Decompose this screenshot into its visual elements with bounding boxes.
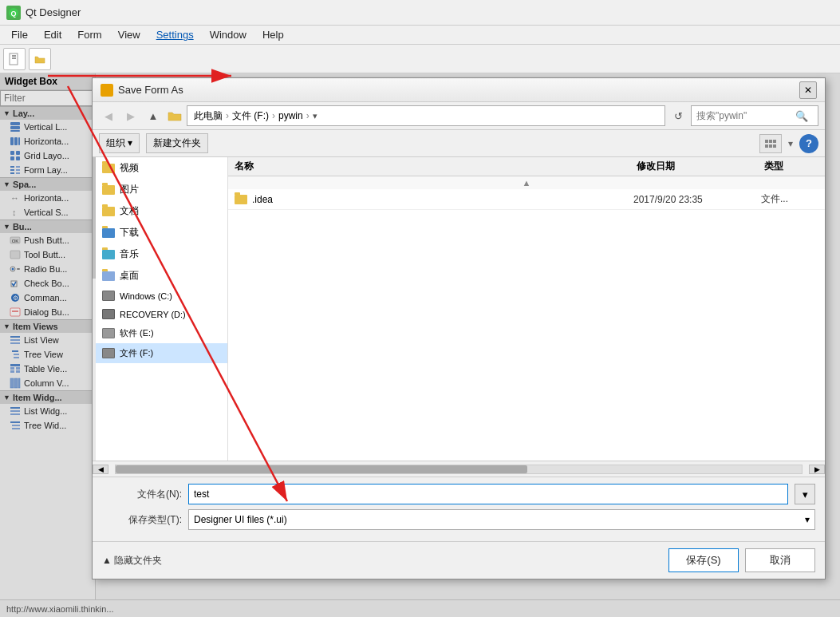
toolbar-new-btn[interactable] xyxy=(3,48,26,70)
filename-row: 文件名(N): ▾ xyxy=(102,484,815,504)
menu-edit[interactable]: Edit xyxy=(36,27,69,42)
breadcrumb-root: 此电脑 xyxy=(194,109,223,123)
file-item-idea[interactable]: .idea 2017/9/20 23:35 文件... xyxy=(228,189,825,210)
toolbar xyxy=(0,45,840,73)
main-area: Widget Box Lay... Vertical L... Horizont… xyxy=(0,73,840,617)
file-type-idea: 文件... xyxy=(761,192,825,206)
up-button[interactable]: ▲ xyxy=(144,106,163,125)
menu-window[interactable]: Window xyxy=(202,27,254,42)
new-folder-button[interactable]: 新建文件夹 xyxy=(146,133,208,153)
search-icon: 🔍 xyxy=(795,110,808,122)
filename-input[interactable] xyxy=(188,484,788,504)
scroll-right-btn[interactable]: ▶ xyxy=(809,465,825,474)
dialog-close-button[interactable]: ✕ xyxy=(799,81,817,99)
search-input[interactable] xyxy=(696,110,792,121)
forward-button[interactable]: ▶ xyxy=(121,106,140,125)
drive-icon-c xyxy=(102,291,115,301)
folder-icon-downloads xyxy=(102,228,115,238)
breadcrumb-files: 文件 (F:) xyxy=(232,109,269,123)
breadcrumb-bar[interactable]: 此电脑 › 文件 (F:) › pywin › ▾ xyxy=(187,105,665,126)
nav-drive-d[interactable]: RECOVERY (D:) xyxy=(96,305,227,323)
file-date-idea: 2017/9/20 23:35 xyxy=(633,194,761,205)
app-icon: Q xyxy=(6,6,21,20)
view-toggle-button[interactable] xyxy=(759,134,782,153)
scroll-track[interactable] xyxy=(115,465,803,474)
filename-dropdown-btn[interactable]: ▾ xyxy=(795,484,815,504)
menu-settings[interactable]: Settings xyxy=(148,27,202,42)
menu-view[interactable]: View xyxy=(110,27,148,42)
svg-rect-54 xyxy=(765,140,768,143)
app-title: Qt Designer xyxy=(26,6,81,18)
nav-downloads[interactable]: 下载 xyxy=(96,222,227,243)
dialog-title-text: Save Form As xyxy=(118,84,183,96)
hide-folders-button[interactable]: ▲ 隐藏文件夹 xyxy=(102,554,162,568)
col-header-type: 类型 xyxy=(761,160,825,173)
file-list-pane: 名称 修改日期 类型 ▲ .idea 2017/9/20 23:35 文件... xyxy=(228,157,825,461)
back-button[interactable]: ◀ xyxy=(99,106,118,125)
folder-icon-desktop xyxy=(102,271,115,281)
hide-folders-container: ▲ 隐藏文件夹 xyxy=(102,548,662,572)
breadcrumb-sep3: › xyxy=(306,110,310,121)
nav-drive-f[interactable]: 文件 (F:) xyxy=(96,343,227,363)
folder-icon-documents xyxy=(102,207,115,216)
nav-scroll-indicator xyxy=(93,157,96,461)
menubar: File Edit Form View Settings Window Help xyxy=(0,26,840,45)
nav-desktop[interactable]: 桌面 xyxy=(96,265,227,287)
organize-button[interactable]: 组织 ▾ xyxy=(99,133,140,153)
filetype-label: 保存类型(T): xyxy=(102,513,182,527)
menu-file[interactable]: File xyxy=(3,27,36,42)
drive-icon-d xyxy=(102,309,115,319)
refresh-button[interactable]: ↺ xyxy=(668,106,688,125)
nav-drive-e[interactable]: 软件 (E:) xyxy=(96,323,227,343)
cancel-button[interactable]: 取消 xyxy=(745,548,815,572)
menu-help[interactable]: Help xyxy=(254,27,292,42)
nav-scroll-thumb xyxy=(93,157,96,279)
search-bar[interactable]: 🔍 xyxy=(691,105,818,126)
breadcrumb-sep1: › xyxy=(226,110,229,121)
nav-videos[interactable]: 视频 xyxy=(96,157,227,179)
filetype-select[interactable]: Designer UI files (*.ui) ▾ xyxy=(188,509,815,530)
dialog-nav: ◀ ▶ ▲ 此电脑 › 文件 (F:) › pywin › ▾ ↺ xyxy=(93,102,825,130)
nav-items-container: 视频 图片 文档 下载 xyxy=(93,157,227,363)
breadcrumb-sep2: › xyxy=(272,110,275,121)
svg-rect-2 xyxy=(10,53,18,65)
folder-icon-idea xyxy=(235,195,247,204)
toolbar-open-btn[interactable] xyxy=(29,48,51,70)
svg-rect-59 xyxy=(773,144,776,148)
breadcrumb-pywin: pywin xyxy=(278,110,303,121)
dialog-form: 文件名(N): ▾ 保存类型(T): Designer UI files (*.… xyxy=(93,477,825,541)
breadcrumb-dropdown[interactable]: ▾ xyxy=(313,111,317,121)
help-button[interactable]: ? xyxy=(799,134,818,153)
svg-rect-57 xyxy=(765,144,768,148)
folder-icon-nav xyxy=(166,107,183,125)
svg-text:Q: Q xyxy=(10,10,16,18)
dialog-icon xyxy=(101,84,113,97)
dialog-titlebar: Save Form As ✕ xyxy=(93,78,825,102)
nav-drive-c[interactable]: Windows (C:) xyxy=(96,287,227,305)
file-list-header: 名称 修改日期 类型 xyxy=(228,157,825,176)
menu-form[interactable]: Form xyxy=(69,27,109,42)
nav-music[interactable]: 音乐 xyxy=(96,243,227,265)
scroll-thumb xyxy=(116,465,527,473)
file-name-cell-idea: .idea xyxy=(228,194,633,205)
col-header-name: 名称 xyxy=(228,160,633,173)
scroll-left-btn[interactable]: ◀ xyxy=(93,465,108,474)
svg-rect-55 xyxy=(769,140,772,143)
folder-icon-music xyxy=(102,250,115,259)
save-dialog: Save Form As ✕ ◀ ▶ ▲ 此电脑 › 文件 (F:) › pyw… xyxy=(92,77,826,579)
titlebar: Q Qt Designer xyxy=(0,0,840,26)
nav-pictures[interactable]: 图片 xyxy=(96,179,227,200)
dialog-buttons: ▲ 隐藏文件夹 保存(S) 取消 xyxy=(93,541,825,579)
view-dropdown-btn[interactable]: ▾ xyxy=(788,138,793,149)
dialog-overlay: Save Form As ✕ ◀ ▶ ▲ 此电脑 › 文件 (F:) › pyw… xyxy=(0,73,840,617)
col-header-date: 修改日期 xyxy=(633,160,761,173)
save-button[interactable]: 保存(S) xyxy=(668,548,739,572)
filename-label: 文件名(N): xyxy=(102,488,182,501)
file-nav-pane: 视频 图片 文档 下载 xyxy=(93,157,228,461)
svg-rect-58 xyxy=(769,144,772,148)
folder-icon-pictures xyxy=(102,185,115,195)
nav-documents[interactable]: 文档 xyxy=(96,200,227,222)
scroll-up-indicator: ▲ xyxy=(228,176,825,189)
filetype-row: 保存类型(T): Designer UI files (*.ui) ▾ xyxy=(102,509,815,530)
horizontal-scrollbar[interactable]: ◀ ▶ xyxy=(93,461,825,477)
